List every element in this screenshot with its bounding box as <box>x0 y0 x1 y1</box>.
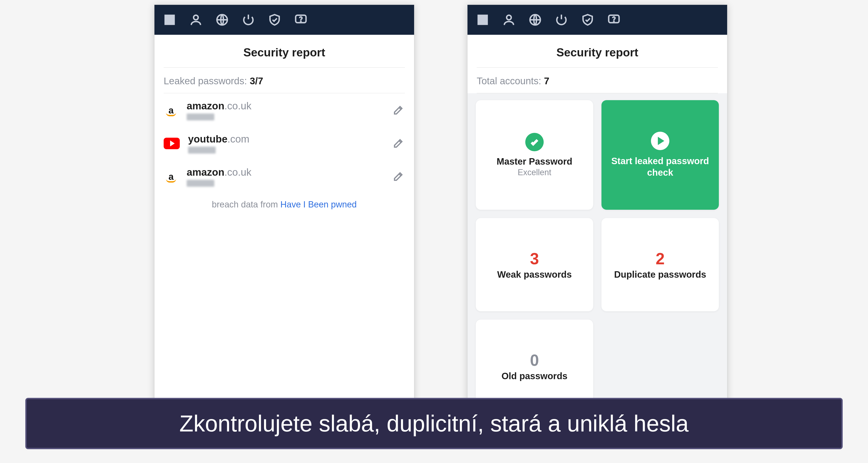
topbar <box>154 5 414 35</box>
edit-icon[interactable] <box>392 170 405 183</box>
leaked-count-row: Leaked passwords: 3/7 <box>164 68 405 93</box>
old-label: Old passwords <box>501 371 568 381</box>
start-leaked-check-card[interactable]: Start leaked password check <box>601 100 719 210</box>
credit-text: breach data from <box>212 199 280 209</box>
dup-label: Duplicate passwords <box>614 269 706 280</box>
leaked-value: 3/7 <box>250 75 263 87</box>
blurred-username <box>187 114 214 120</box>
master-password-card[interactable]: Master Password Excellent <box>476 100 593 210</box>
duplicate-passwords-card[interactable]: 2 Duplicate passwords <box>601 218 719 311</box>
amazon-icon: a <box>164 103 178 118</box>
play-icon <box>651 132 669 150</box>
domain-tld: .co.uk <box>224 166 251 178</box>
shield-icon[interactable] <box>266 11 283 29</box>
leak-text: amazon.co.uk <box>187 100 383 120</box>
blurred-username <box>187 180 214 187</box>
svg-point-0 <box>193 15 198 20</box>
phone-left: Security report Leaked passwords: 3/7 a … <box>154 5 414 419</box>
profile-icon[interactable] <box>187 11 205 29</box>
edit-icon[interactable] <box>392 103 405 117</box>
menu-icon[interactable] <box>474 11 491 29</box>
start-label: Start leaked password check <box>607 155 713 178</box>
globe-icon[interactable] <box>213 11 231 29</box>
total-value: 7 <box>544 75 549 87</box>
power-icon[interactable] <box>553 11 570 29</box>
leak-text: youtube.com <box>188 133 383 154</box>
leak-list: a amazon.co.uk youtube.com <box>164 93 405 193</box>
master-title: Master Password <box>496 156 572 167</box>
weak-count: 3 <box>530 250 539 268</box>
domain-tld: .com <box>227 133 249 145</box>
svg-point-3 <box>301 21 301 22</box>
check-icon <box>525 133 544 151</box>
menu-icon[interactable] <box>161 11 178 29</box>
leak-item[interactable]: a amazon.co.uk <box>164 159 405 193</box>
topbar <box>467 5 727 35</box>
page-title: Security report <box>164 35 405 68</box>
phone-right: Security report Total accounts: 7 Master… <box>467 5 727 419</box>
domain-name: amazon <box>187 166 224 178</box>
edit-icon[interactable] <box>392 137 405 150</box>
master-sub: Excellent <box>518 167 551 177</box>
youtube-icon <box>164 138 180 149</box>
domain-tld: .co.uk <box>224 100 251 112</box>
hibp-link[interactable]: Have I Been pwned <box>280 199 357 209</box>
globe-icon[interactable] <box>526 11 544 29</box>
breach-credit: breach data from Have I Been pwned <box>154 193 414 210</box>
domain-name: youtube <box>188 133 227 145</box>
leak-text: amazon.co.uk <box>187 166 383 187</box>
domain-name: amazon <box>187 100 224 112</box>
total-accounts-row: Total accounts: 7 <box>477 68 718 93</box>
profile-icon[interactable] <box>500 11 518 29</box>
help-icon[interactable] <box>292 11 310 29</box>
dup-count: 2 <box>656 250 665 268</box>
power-icon[interactable] <box>240 11 257 29</box>
caption-bar: Zkontrolujete slabá, duplicitní, stará a… <box>25 398 843 449</box>
old-count: 0 <box>530 351 539 370</box>
shield-icon[interactable] <box>579 11 596 29</box>
help-icon[interactable] <box>605 11 623 29</box>
leak-item[interactable]: youtube.com <box>164 126 405 159</box>
leaked-label: Leaked passwords: <box>164 75 247 87</box>
page-title: Security report <box>477 35 718 68</box>
svg-point-4 <box>507 15 511 20</box>
svg-point-7 <box>614 21 614 22</box>
cards-grid: Master Password Excellent Start leaked p… <box>467 93 727 420</box>
amazon-icon: a <box>164 169 178 184</box>
leak-item[interactable]: a amazon.co.uk <box>164 93 405 126</box>
total-label: Total accounts: <box>477 75 541 87</box>
weak-passwords-card[interactable]: 3 Weak passwords <box>476 218 593 311</box>
blurred-username <box>188 147 216 154</box>
weak-label: Weak passwords <box>497 269 572 280</box>
